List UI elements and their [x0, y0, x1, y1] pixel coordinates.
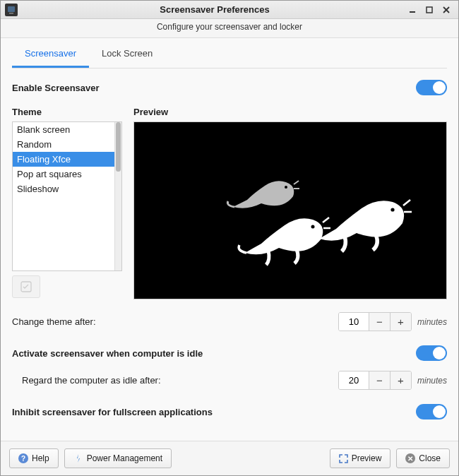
window: Screensaver Preferences Configure your s… [0, 0, 459, 476]
svg-line-14 [403, 200, 410, 206]
svg-rect-2 [410, 11, 415, 13]
minimize-button[interactable] [407, 5, 417, 15]
svg-line-8 [294, 181, 299, 184]
change-theme-decrement[interactable]: − [369, 313, 390, 331]
theme-settings-button[interactable] [12, 275, 40, 298]
idle-after-decrement[interactable]: − [369, 371, 390, 389]
window-title: Screensaver Preferences [22, 4, 407, 15]
preview-button-label: Preview [352, 453, 382, 463]
svg-rect-0 [8, 6, 15, 12]
svg-point-13 [391, 208, 394, 211]
preview-button[interactable]: Preview [330, 448, 391, 468]
theme-item[interactable]: Floating Xfce [13, 152, 114, 167]
close-button-label: Close [419, 453, 441, 463]
theme-item[interactable]: Random [13, 137, 114, 152]
theme-item[interactable]: Blank screen [13, 122, 114, 137]
preview-area [133, 121, 447, 299]
svg-rect-3 [427, 7, 432, 13]
idle-after-input[interactable] [339, 371, 369, 389]
idle-after-spinner: − + [338, 371, 412, 390]
change-theme-label: Change theme after: [12, 316, 96, 327]
preview-column: Preview [133, 107, 447, 299]
mouse-icon [311, 189, 417, 256]
svg-point-7 [285, 186, 287, 189]
svg-rect-1 [9, 13, 13, 14]
change-theme-controls: − + minutes [338, 312, 447, 331]
close-icon: ✕ [405, 453, 415, 463]
theme-list[interactable]: Blank screen Random Floating Xfce Pop ar… [13, 122, 114, 270]
activate-idle-toggle[interactable] [416, 345, 447, 361]
inhibit-fullscreen-label: Inhibit screensaver for fullscreen appli… [12, 407, 213, 417]
close-window-button[interactable] [441, 5, 451, 15]
tab-lock-screen[interactable]: Lock Screen [89, 41, 165, 68]
theme-list-container: Blank screen Random Floating Xfce Pop ar… [12, 121, 122, 271]
preview-header: Preview [133, 107, 447, 117]
maximize-button[interactable] [424, 5, 434, 15]
power-icon [73, 453, 83, 463]
idle-after-unit: minutes [417, 376, 447, 386]
help-button[interactable]: ? Help [9, 448, 59, 468]
close-button[interactable]: ✕ Close [396, 448, 450, 468]
change-theme-spinner: − + [338, 312, 412, 331]
fullscreen-icon [339, 454, 348, 463]
content-area: Screensaver Lock Screen Enable Screensav… [1, 37, 458, 441]
tab-screensaver[interactable]: Screensaver [12, 41, 89, 68]
change-theme-row: Change theme after: − + minutes [12, 312, 447, 331]
change-theme-increment[interactable]: + [390, 313, 411, 331]
help-button-label: Help [32, 453, 49, 463]
inhibit-fullscreen-toggle[interactable] [416, 404, 447, 420]
theme-item[interactable]: Slideshow [13, 182, 114, 196]
activate-idle-row: Activate screensaver when computer is id… [12, 331, 447, 367]
tabs: Screensaver Lock Screen [12, 41, 447, 69]
window-subtitle: Configure your screensaver and locker [1, 19, 458, 37]
enable-toggle[interactable] [416, 80, 447, 95]
enable-row: Enable Screensaver [12, 69, 447, 101]
app-icon [5, 4, 18, 16]
power-button-label: Power Management [87, 453, 162, 463]
enable-label: Enable Screensaver [12, 83, 100, 93]
idle-after-increment[interactable]: + [390, 371, 411, 389]
titlebar: Screensaver Preferences [1, 1, 458, 19]
activate-idle-label: Activate screensaver when computer is id… [12, 348, 203, 359]
theme-preview-row: Theme Blank screen Random Floating Xfce … [12, 107, 447, 299]
change-theme-input[interactable] [339, 313, 369, 331]
idle-after-label: Regard the computer as idle after: [12, 375, 161, 386]
window-controls [407, 5, 454, 15]
theme-column: Theme Blank screen Random Floating Xfce … [12, 107, 122, 299]
help-icon: ? [18, 453, 28, 463]
theme-scrollbar[interactable] [114, 122, 121, 270]
idle-after-controls: − + minutes [338, 371, 447, 390]
theme-item[interactable]: Pop art squares [13, 167, 114, 182]
change-theme-unit: minutes [417, 317, 447, 327]
idle-after-row: Regard the computer as idle after: − + m… [12, 371, 447, 390]
button-bar: ? Help Power Management Preview ✕ Close [1, 441, 458, 475]
inhibit-fullscreen-row: Inhibit screensaver for fullscreen appli… [12, 390, 447, 425]
scrollbar-thumb[interactable] [116, 122, 121, 172]
power-management-button[interactable]: Power Management [64, 448, 172, 468]
theme-header: Theme [12, 107, 122, 117]
